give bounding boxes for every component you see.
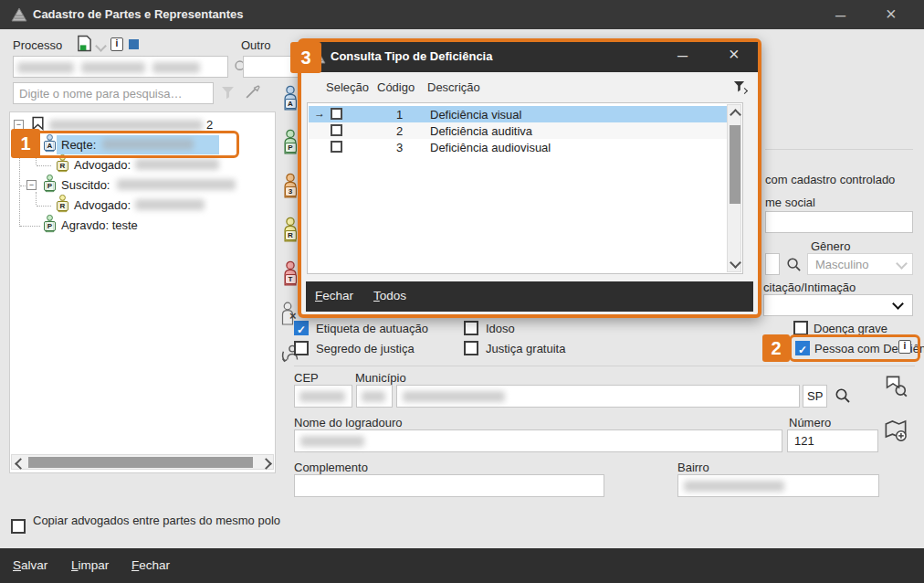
modal-todos-button[interactable]: Todos xyxy=(373,289,406,302)
row-checkbox[interactable] xyxy=(331,141,342,153)
processo-label: Processo xyxy=(13,38,62,52)
search-cep-icon[interactable] xyxy=(835,387,851,404)
bairro-field[interactable] xyxy=(677,474,879,497)
tree-expander[interactable]: − xyxy=(26,180,37,190)
cell-descricao: Deficiência auditiva xyxy=(430,124,532,138)
doenca-label: Doença grave xyxy=(814,322,887,335)
search-input[interactable] xyxy=(13,82,214,104)
logradouro-label: Nome do logradouro xyxy=(294,416,403,429)
modal-fechar-button[interactable]: Fechar xyxy=(315,289,353,302)
uf-field[interactable]: SP xyxy=(803,385,827,408)
modal-minimize-button[interactable]: – xyxy=(677,46,688,64)
tree-connector xyxy=(20,186,26,186)
new-process-icon[interactable] xyxy=(77,35,92,52)
cell-descricao: Deficiência audiovisual xyxy=(430,141,551,154)
scrollbar-thumb[interactable] xyxy=(28,457,253,468)
scroll-up-icon[interactable] xyxy=(730,109,741,121)
address-search-icon[interactable] xyxy=(884,375,908,398)
scrollbar-thumb[interactable] xyxy=(730,125,740,204)
search-icon[interactable] xyxy=(786,257,802,272)
doenca-checkbox[interactable]: ✓ xyxy=(793,321,808,335)
page-title: Cadastro de Partes e Representantes xyxy=(33,7,243,21)
column-codigo[interactable]: Código xyxy=(377,80,415,94)
lawyer-r-icon: R xyxy=(55,194,70,213)
citacao-dropdown[interactable] xyxy=(763,294,913,316)
segredo-label: Segredo de justiça xyxy=(316,342,415,355)
modal-close-button[interactable]: × xyxy=(729,45,740,63)
cep-label: CEP xyxy=(294,371,319,385)
modal-footer: Fechar Todos xyxy=(306,281,753,312)
salvar-button[interactable]: Salvar xyxy=(13,558,47,572)
justica-checkbox[interactable]: ✓ xyxy=(464,341,478,355)
modal-title: Consulta Tipo de Deficiência xyxy=(331,49,492,63)
column-descricao[interactable]: Descrição xyxy=(427,80,480,94)
party-p-icon: P xyxy=(42,214,58,233)
tree-connector xyxy=(36,192,37,205)
info-bubble-icon[interactable]: i xyxy=(110,37,123,51)
tree-item-advogado[interactable]: Advogado: xyxy=(74,158,131,172)
tree-item-advogado[interactable]: Advogado: xyxy=(74,198,131,212)
justica-label: Justiça gratuita xyxy=(486,342,565,355)
annotation-box-1 xyxy=(26,131,239,158)
row-checkbox[interactable] xyxy=(331,108,342,120)
redacted-text xyxy=(117,179,236,190)
tree-h-scrollbar[interactable] xyxy=(11,454,274,470)
copiar-advogados-checkbox[interactable]: ✓ xyxy=(11,519,26,534)
cadastro-controlado-label: com cadastro controlado xyxy=(765,173,895,186)
etiqueta-checkbox[interactable]: ✓ xyxy=(294,321,309,335)
municipio-field[interactable] xyxy=(396,385,800,408)
bottom-menubar: Salvar Limpar Fechar xyxy=(0,548,924,583)
processo-number-field[interactable] xyxy=(13,56,228,78)
segredo-checkbox[interactable]: ✓ xyxy=(294,341,309,355)
broom-clear-icon[interactable] xyxy=(245,84,260,100)
redacted-text xyxy=(17,62,74,73)
redacted-text xyxy=(684,481,784,492)
genero-dropdown[interactable]: Masculino xyxy=(807,253,913,275)
idoso-checkbox[interactable]: ✓ xyxy=(464,321,478,335)
idoso-label: Idoso xyxy=(486,322,515,335)
chevron-down-icon[interactable] xyxy=(95,40,107,52)
scroll-right-icon[interactable] xyxy=(260,458,272,470)
municipio-label: Município xyxy=(355,371,406,385)
close-button[interactable]: × xyxy=(886,5,897,23)
copiar-advogados-label: Copiar advogados entre partes do mesmo p… xyxy=(33,514,287,528)
chevron-down-icon xyxy=(892,298,904,310)
minimize-button[interactable]: – xyxy=(835,5,845,24)
scroll-down-icon[interactable] xyxy=(730,257,741,269)
nome-social-field[interactable] xyxy=(765,211,913,233)
modal-titlebar: Consulta Tipo de Deficiência – × xyxy=(301,42,758,72)
uf-value: SP xyxy=(807,389,823,403)
tree-root-suffix: 2 xyxy=(206,118,213,132)
redacted-text xyxy=(49,120,203,131)
logradouro-field[interactable] xyxy=(294,429,782,452)
tree-item-agravdo[interactable]: Agravdo: teste xyxy=(61,218,138,232)
tree-connector xyxy=(37,206,51,207)
tree-connector xyxy=(37,165,51,166)
cep-field[interactable] xyxy=(294,385,352,408)
partial-field[interactable] xyxy=(765,253,780,275)
complemento-field[interactable] xyxy=(294,474,604,497)
numero-field[interactable]: 121 xyxy=(787,429,878,452)
annotation-badge-3: 3 xyxy=(290,42,321,73)
redacted-text xyxy=(403,391,505,402)
fechar-button[interactable]: Fechar xyxy=(131,558,170,572)
bairro-label: Bairro xyxy=(677,461,709,474)
citacao-label: citação/Intimação xyxy=(763,281,856,294)
table-row[interactable]: → 1 Deficiência visual xyxy=(309,106,727,122)
filter-icon[interactable] xyxy=(221,86,235,100)
scroll-left-icon[interactable] xyxy=(15,458,26,470)
limpar-button[interactable]: Limpar xyxy=(71,558,109,572)
table-row[interactable]: 2 Deficiência auditiva xyxy=(309,122,727,139)
table-row[interactable]: 3 Deficiência audiovisual xyxy=(309,139,727,155)
column-selecao[interactable]: Seleção xyxy=(326,80,369,94)
list-v-scrollbar[interactable] xyxy=(727,104,741,272)
redacted-text xyxy=(135,159,219,170)
app-logo-icon xyxy=(11,7,27,22)
tree-item-suscitdo[interactable]: Suscitdo: xyxy=(61,178,110,192)
main-titlebar: Cadastro de Partes e Representantes – × xyxy=(0,0,924,29)
municipio-code-field[interactable] xyxy=(356,385,393,408)
party-p-icon: P xyxy=(42,174,58,193)
add-address-map-icon[interactable] xyxy=(884,419,908,442)
row-checkbox[interactable] xyxy=(331,124,342,136)
outro-label: Outro xyxy=(241,38,271,52)
